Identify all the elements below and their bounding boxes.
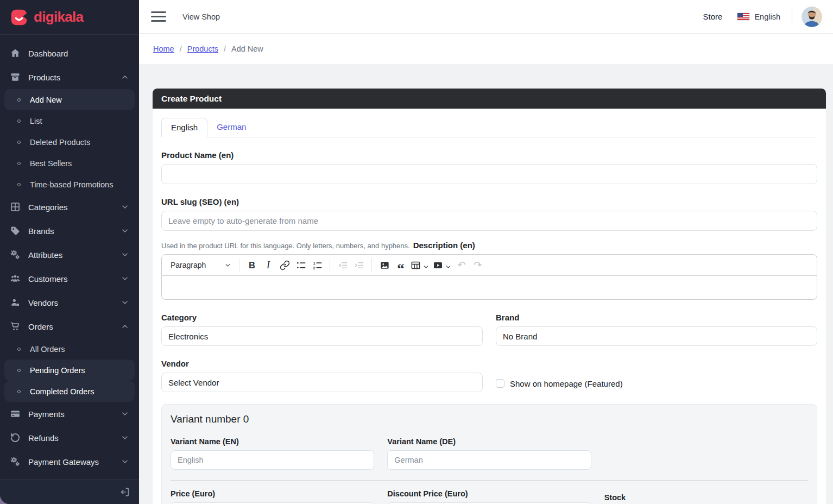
redo-button[interactable]: ↷ [470,257,486,273]
sidebar-item-payments[interactable]: Payments [4,402,135,426]
product-name-input[interactable] [161,164,817,184]
brand-group: Brand No Brand [496,313,817,346]
sidebar-item-all-orders[interactable]: All Orders [4,338,135,360]
sidebar-item-label: Dashboard [28,49,68,58]
language-selector[interactable]: English [737,12,780,21]
sidebar-item-dashboard[interactable]: Dashboard [4,41,135,65]
main-area: View Shop Store English [139,0,833,504]
sidebar-item-pending-orders[interactable]: Pending Orders [4,360,135,381]
collapse-sidebar-icon[interactable] [119,486,131,498]
sidebar-item-label: Products [28,73,60,82]
sidebar-subitem-label: Pending Orders [30,366,85,375]
sidebar-item-brands[interactable]: Brands [4,219,135,243]
breadcrumb-products-link[interactable]: Products [187,45,218,53]
brand-logo[interactable]: digikala [0,0,139,35]
numbered-list-button[interactable] [309,257,325,273]
bullet-icon [17,183,21,186]
chevron-down-icon [121,203,129,211]
sidebar-item-add-new[interactable]: Add New [4,89,135,110]
bold-button[interactable]: B [244,257,260,273]
sidebar-item-categories[interactable]: Categories [4,195,135,219]
sidebar-item-list[interactable]: List [4,110,135,131]
sidebar-subitem-label: Time-based Promotions [30,180,113,189]
indent-button[interactable] [351,257,367,273]
sidebar-subitem-label: Best Sellers [30,159,72,168]
sidebar-item-attributes[interactable]: Attributes [4,243,135,267]
outdent-button[interactable] [335,257,351,273]
sidebar-item-label: Brands [28,226,54,236]
sidebar-item-customers[interactable]: Customers [4,267,135,291]
bullet-icon [17,348,21,351]
url-slug-label: URL slug (SEO) (en) [161,197,817,206]
discount-price-group: Discount Price (Euro) [387,489,591,504]
create-product-card: Create Product English German Product Na… [153,89,826,504]
vendor-select[interactable]: Select Vendor [161,373,483,392]
category-select[interactable]: Electronics [161,326,483,346]
sidebar-item-time-based-promotions[interactable]: Time-based Promotions [4,174,135,195]
sidebar-footer [0,479,139,504]
bullet-icon [17,390,21,393]
breadcrumb-current: Add New [231,45,263,53]
variant-name-de-group: Variant Name (DE) [387,437,591,470]
description-editor-area[interactable] [161,276,817,300]
sidebar-item-label: Attributes [28,250,62,260]
brand-select[interactable]: No Brand [496,326,817,346]
bulleted-list-button[interactable] [293,257,309,273]
tag-icon [10,225,21,236]
chevron-up-icon [121,73,129,81]
paragraph-label: Paragraph [171,261,206,269]
featured-label: Show on homepage (Featured) [510,379,623,388]
undo-button[interactable]: ↶ [453,257,470,273]
featured-checkbox[interactable] [496,379,504,388]
variant-name-en-input[interactable] [171,450,374,470]
bullet-icon [17,162,21,165]
sidebar-subitem-label: Completed Orders [30,387,94,396]
sidebar-item-label: Payments [28,410,65,419]
price-label: Price (Euro) [171,489,374,498]
sidebar-item-label: Refunds [28,433,59,443]
sidebar-item-vendors[interactable]: Vendors [4,291,135,314]
chevron-down-icon [121,433,129,442]
sidebar-item-payment-gateways[interactable]: Payment Gateways [4,450,135,474]
numbered-list-icon [312,260,323,270]
variant-grid-spacer [604,437,808,470]
sidebar-item-completed-orders[interactable]: Completed Orders [4,381,135,402]
page-content: Create Product English German Product Na… [139,64,833,504]
media-icon [433,260,443,270]
sidebar-item-orders[interactable]: Orders [4,314,135,338]
link-button[interactable] [276,257,293,273]
store-link[interactable]: Store [703,12,723,21]
cart-icon [10,321,21,332]
italic-icon: I [267,260,270,271]
top-header: View Shop Store English [139,0,833,34]
breadcrumb-home-link[interactable]: Home [153,45,174,53]
sidebar-item-label: Customers [28,274,68,284]
redo-icon: ↷ [474,260,482,270]
category-label: Category [161,313,483,322]
variant-name-de-input[interactable] [387,450,591,470]
block-quote-button[interactable]: “ [393,257,409,273]
chevron-down-icon [121,410,129,418]
sidebar-item-deleted-products[interactable]: Deleted Products [4,131,135,153]
sidebar-item-label: Orders [28,322,53,331]
sidebar-item-refunds[interactable]: Refunds [4,426,135,450]
sidebar-item-products[interactable]: Products [4,65,135,89]
discount-price-label: Discount Price (Euro) [387,489,591,498]
page-title: Create Product [161,94,222,104]
sidebar-item-best-sellers[interactable]: Best Sellers [4,153,135,174]
paragraph-dropdown[interactable]: Paragraph [167,257,235,273]
hamburger-icon[interactable] [150,9,167,24]
insert-table-button[interactable] [409,257,431,273]
user-avatar[interactable] [802,7,822,27]
url-slug-input[interactable] [161,211,817,231]
view-shop-link[interactable]: View Shop [182,12,220,21]
tab-german[interactable]: German [207,118,255,137]
italic-button[interactable]: I [260,257,276,273]
tab-english[interactable]: English [161,118,207,137]
chevron-down-icon [121,250,129,259]
insert-image-button[interactable] [376,257,393,273]
table-icon [411,260,421,270]
insert-media-button[interactable] [431,257,453,273]
products-box-icon [10,72,21,83]
language-label: English [754,12,780,21]
